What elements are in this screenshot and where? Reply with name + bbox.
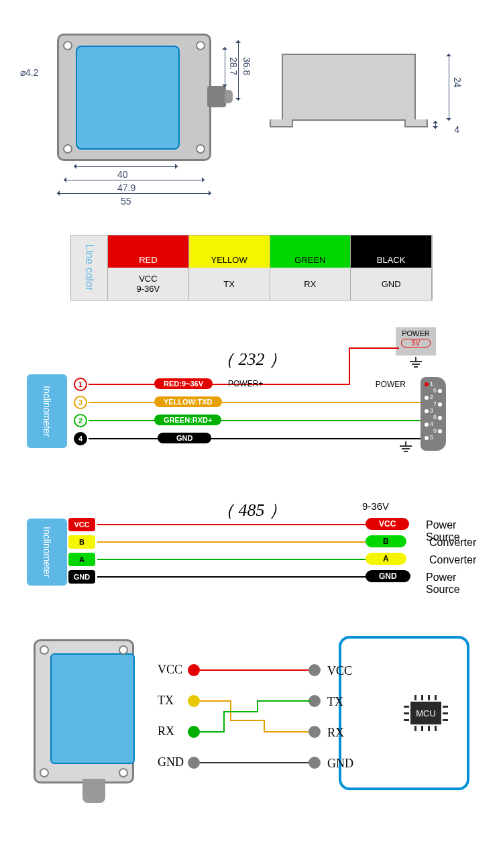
wire-tx <box>200 700 230 702</box>
chip-pin-icon <box>435 695 437 700</box>
db9-num: 2 <box>430 394 433 400</box>
dim-line <box>64 180 205 180</box>
lbl-vcc-l: VCC <box>158 663 182 677</box>
mount-hole <box>40 768 49 777</box>
rpill-a: A <box>366 553 406 565</box>
dim-line <box>238 40 239 101</box>
chip-pin-icon <box>414 695 416 700</box>
dim-conn-h2: 36.8 <box>241 57 252 75</box>
chip-pin-icon <box>404 719 409 721</box>
dim-side-height: 24 <box>452 77 463 88</box>
pin-1: 1 <box>74 378 87 391</box>
db9-num: 7 <box>433 400 437 407</box>
chip-pin-icon <box>443 712 448 714</box>
db9-pin-5 <box>425 436 429 440</box>
mount-hole <box>119 768 128 777</box>
mount-hole <box>63 41 72 50</box>
col-green: GREEN RX <box>270 235 351 300</box>
db9-pin-9 <box>438 429 442 433</box>
wiring-232: （ 232 ） POWER 5V POWER Inclinometer 1 RE… <box>27 327 476 475</box>
chip-pin-icon <box>414 726 416 731</box>
db9-connector: 1 2 3 4 5 6 7 8 9 <box>421 377 446 451</box>
device-body-top <box>57 34 211 161</box>
ground-icon <box>399 441 412 452</box>
mcu-chip: MCU <box>402 696 449 730</box>
wire-rx <box>223 711 257 712</box>
table-label: Line color <box>71 235 108 300</box>
dot-rx-r <box>309 726 321 738</box>
wire-rx <box>223 711 225 733</box>
col-yellow: YELLOW TX <box>189 235 270 300</box>
lbl-rx-r: RX <box>327 726 344 740</box>
mcu-connection: MCU VCC VCC TX TX RX RX GND GND <box>27 636 476 851</box>
chip-pin-icon <box>428 695 430 700</box>
mount-hole <box>63 144 72 154</box>
wire-rx <box>257 700 258 712</box>
wiring-485: （ 485 ） 9-36V Inclinometer VCC VCC Power… <box>27 502 476 609</box>
chip-pin-icon <box>404 712 409 714</box>
dot-gnd-r <box>309 757 321 769</box>
tag-gnd: GND <box>68 570 95 584</box>
ground-icon <box>409 357 423 368</box>
pin-2: 2 <box>74 414 87 427</box>
power-voltage: 5V <box>401 339 431 347</box>
power-conn-label: POWER <box>376 380 406 389</box>
pill-red: RED:9~36V <box>154 378 213 389</box>
dim-width-mid: 47.9 <box>117 182 135 193</box>
cable-gland <box>82 779 105 803</box>
chip-pin-icon <box>443 719 448 721</box>
lbl-gnd-r: GND <box>327 757 353 771</box>
header-black: BLACK <box>351 235 432 268</box>
dim-line <box>225 47 225 87</box>
rpill-b: B <box>366 535 406 547</box>
dot-tx-l <box>188 695 200 707</box>
desc-b: Converter <box>429 537 476 549</box>
db9-num: 9 <box>433 427 437 434</box>
db9-pin-1 <box>425 382 429 386</box>
tag-vcc: VCC <box>68 518 95 531</box>
chip-pin-icon <box>428 726 430 731</box>
db9-num: 1 <box>430 380 433 387</box>
col-red: RED VCC9-36V <box>108 235 189 300</box>
wire-rx <box>200 731 223 733</box>
db9-pin-2 <box>425 396 429 400</box>
device-body <box>34 639 134 783</box>
sensor-label: Inclinometer <box>42 386 52 437</box>
col-black: BLACK GND <box>351 235 432 300</box>
dim-width-inner: 40 <box>117 169 128 180</box>
func-red: VCC9-36V <box>108 268 189 300</box>
note-power: POWER+ <box>228 379 263 388</box>
side-view: 24 4 <box>262 27 463 161</box>
wiring-485-title: （ 485 ） <box>217 498 286 522</box>
db9-pin-6 <box>438 389 442 393</box>
wire-tx <box>264 731 311 733</box>
top-view: ⌀4.2 28.7 36.8 40 47.9 55 <box>20 27 248 201</box>
lbl-tx-l: TX <box>158 694 174 708</box>
mount-hole <box>119 645 128 655</box>
dim-side-foot: 4 <box>454 124 459 135</box>
device-front <box>27 636 141 824</box>
wire-gnd <box>97 576 369 578</box>
chip-pin-icon <box>435 726 437 731</box>
dim-line <box>57 193 211 194</box>
lbl-rx-l: RX <box>158 724 174 739</box>
pill-green: GREEN:RXD+ <box>154 415 221 425</box>
dim-conn-h1: 28.7 <box>228 57 239 75</box>
chip-pin-icon <box>443 706 448 708</box>
tag-b: B <box>68 535 95 549</box>
sensor-label: Inclinometer <box>42 527 52 578</box>
pin-3: 3 <box>74 396 87 409</box>
wire-tx <box>230 720 264 721</box>
device-face <box>50 653 135 764</box>
wire-vcc <box>200 669 311 671</box>
lbl-tx-r: TX <box>327 695 343 709</box>
tag-a: A <box>68 553 95 566</box>
wire-gnd <box>200 762 311 763</box>
func-yellow: TX <box>189 268 270 300</box>
wire-red <box>349 347 350 385</box>
lbl-vcc-r: VCC <box>327 664 352 678</box>
func-black: GND <box>351 268 432 300</box>
datasheet-page: ⌀4.2 28.7 36.8 40 47.9 55 24 4 Line colo… <box>0 0 503 868</box>
db9-num: 3 <box>430 407 433 414</box>
sensor-block: Inclinometer <box>27 374 67 448</box>
